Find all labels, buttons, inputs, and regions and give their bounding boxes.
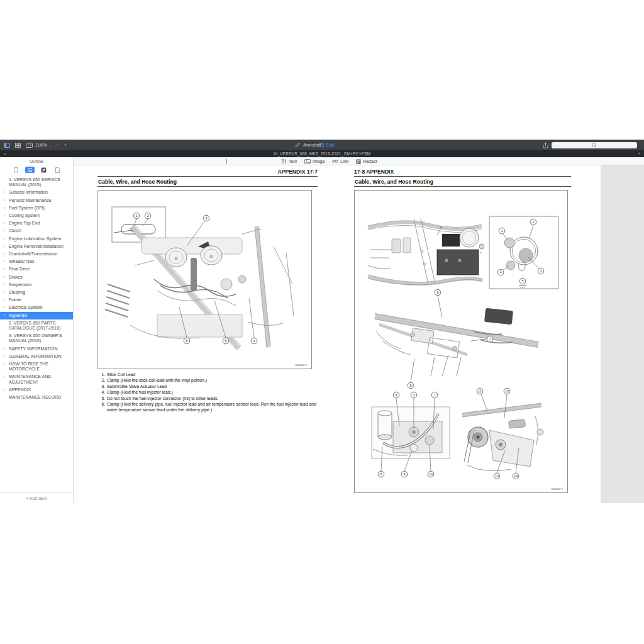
add-item-button[interactable]: + Add Item	[26, 496, 47, 501]
chevron-right-icon: ›	[4, 374, 5, 379]
svg-text:6: 6	[186, 339, 187, 343]
sidebar-item-label: Cooling System	[9, 213, 40, 218]
sidebar-toggle-icon[interactable]	[3, 142, 10, 148]
bookmarks-tab-icon[interactable]	[11, 167, 21, 173]
pencil-icon	[294, 142, 301, 148]
sidebar-item-label: MAINTENANCE AND ADJUSTMENT	[9, 374, 51, 384]
image-tool-button[interactable]: Image	[304, 159, 325, 164]
sidebar-item[interactable]: › Wheels/Tires	[0, 258, 73, 265]
sidebar-item[interactable]: › Engine Top End	[0, 219, 73, 227]
sidebar-item[interactable]: › MAINTENANCE AND ADJUSTMENT	[0, 373, 73, 386]
tab-bar: × KI_VERSYS_650_MK3_2015-2021_OM+PC+FSM …	[0, 150, 644, 157]
divider	[354, 186, 571, 187]
chevron-right-icon: ›	[4, 362, 5, 367]
sidebar-item[interactable]: › Periodic Maintenance	[0, 197, 73, 204]
sidebar-item[interactable]: 2. VERSYS 650 PARTS CATALOGUE (2017-2018…	[0, 319, 73, 332]
svg-text:4: 4	[395, 393, 397, 397]
svg-text:3: 3	[540, 269, 541, 273]
sidebar-item-label: APPENDIX	[9, 387, 31, 392]
chevron-right-icon: ›	[4, 252, 5, 257]
section-title: Cable, Wire, and Hose Routing	[354, 177, 571, 186]
pages-tab-icon[interactable]	[53, 167, 62, 173]
zoom-level[interactable]: 116%	[35, 142, 47, 148]
figure-code: GB0469E S	[551, 488, 564, 491]
sidebar-item[interactable]: 3. VERSYS 650 OWNER'S MANUAL (2015)	[0, 332, 73, 345]
sidebar-item[interactable]: › GENERAL INFORMATION	[0, 353, 73, 360]
sidebar-item-label: Clutch	[9, 228, 21, 233]
svg-text:8: 8	[409, 384, 411, 387]
sidebar-item[interactable]: › Frame	[0, 296, 73, 304]
chevron-right-icon: ›	[4, 267, 5, 272]
sidebar: Outline 1. VERSYS 650	[0, 157, 74, 503]
figure-cable-routing: A 1 2	[354, 190, 568, 493]
text-tool-button[interactable]: Text	[281, 159, 297, 164]
sidebar-item-label: 1. VERSYS 650 SERVICE MANUAL (2015)	[9, 177, 60, 187]
new-tab-button[interactable]: +	[638, 151, 641, 157]
sidebar-tabs	[0, 165, 73, 174]
outline-tab-icon[interactable]	[25, 167, 35, 173]
annotate-button[interactable]: Annotate	[294, 140, 322, 150]
sidebar-item[interactable]: › APPENDIX	[0, 386, 73, 394]
sidebar-item[interactable]: › Fuel System (DFI)	[0, 204, 73, 212]
chevron-right-icon: ›	[4, 206, 5, 211]
sidebar-item[interactable]: › Appendix	[0, 312, 73, 319]
callout-12: 12	[504, 388, 510, 418]
sidebar-item[interactable]: › SAFETY INFORMATION	[0, 345, 73, 353]
chevron-right-icon: ›	[4, 236, 5, 242]
sidebar-item[interactable]: › Engine Lubrication System	[0, 235, 73, 243]
chevron-right-icon: ›	[4, 387, 5, 392]
sidebar-item-label: 3. VERSYS 650 OWNER'S MANUAL (2015)	[9, 333, 62, 343]
note-item: Clamp (Hold the delivery pipe, fuel inje…	[106, 401, 318, 413]
sidebar-item[interactable]: › Steering	[0, 289, 73, 296]
search-input[interactable]	[552, 142, 637, 148]
sidebar-item[interactable]: › General Information	[0, 189, 73, 196]
sidebar-item[interactable]: › Electrical System	[0, 304, 73, 311]
figure-notes: Stick Coil LeadClamp (Hold the stick coi…	[97, 372, 318, 413]
chevron-right-icon: ›	[4, 282, 5, 287]
share-icon[interactable]	[542, 142, 549, 148]
sidebar-item[interactable]: › Brakes	[0, 274, 73, 281]
chevron-right-icon: ›	[4, 347, 5, 352]
sidebar-item[interactable]: › Cooling System	[0, 212, 73, 219]
zoom-out-button[interactable]: −	[57, 142, 59, 148]
note-item: Subthrottle Valve Actuator Lead	[106, 384, 318, 389]
page-17-7[interactable]: APPENDIX 17-7 Cable, Wire, and Hose Rout…	[97, 165, 318, 413]
svg-text:5: 5	[521, 279, 523, 283]
document-canvas[interactable]: APPENDIX 17-7 Cable, Wire, and Hose Rout…	[74, 165, 644, 503]
sidebar-item[interactable]: › Crankshaft/Transmission	[0, 250, 73, 258]
chevron-right-icon: ›	[4, 228, 5, 233]
callout-2: 2	[529, 219, 536, 239]
document-tab[interactable]: KI_VERSYS_650_MK3_2015-2021_OM+PC+FSM	[0, 152, 644, 156]
sidebar-item-label: Engine Removal/Installation	[9, 244, 64, 248]
sidebar-item[interactable]: › Clutch	[0, 227, 73, 235]
svg-text:5: 5	[225, 339, 226, 343]
link-tool-button[interactable]: Link	[332, 159, 348, 164]
sidebar-item[interactable]: 1. VERSYS 650 SERVICE MANUAL (2015)	[0, 176, 73, 189]
sidebar-item-label: Final Drive	[9, 267, 30, 271]
callout-3: 3	[528, 257, 544, 274]
note-item: Stick Coil Lead	[106, 372, 318, 377]
svg-text:4: 4	[253, 339, 255, 343]
sidebar-item[interactable]: › Final Drive	[0, 265, 73, 273]
sidebar-item[interactable]: › HOW TO RIDE THE MOTORCYCLE	[0, 360, 73, 373]
sidebar-item[interactable]: › Engine Removal/Installation	[0, 243, 73, 250]
redact-tool-button[interactable]: Redact	[356, 159, 377, 164]
svg-text:6: 6	[436, 291, 438, 294]
zoom-in-button[interactable]: +	[64, 142, 67, 148]
side-panel	[601, 165, 644, 503]
image-icon	[304, 159, 311, 164]
sidebar-item[interactable]: MAINTENANCE RECORD	[0, 394, 73, 401]
note-item: Clamp (Hold the fuel injector lead.)	[106, 389, 318, 395]
sidebar-item-label: Brakes	[9, 275, 23, 279]
page-17-8[interactable]: 17-8 APPENDIX Cable, Wire, and Hose Rout…	[354, 165, 571, 493]
sidebar-item[interactable]: › Suspension	[0, 281, 73, 289]
sidebar-item-label: Appendix	[9, 313, 27, 318]
callout-6: 6	[435, 289, 442, 318]
edit-button[interactable]: T| Edit	[319, 140, 334, 150]
callout-4: 4	[249, 298, 257, 344]
grid-view-icon[interactable]	[14, 142, 21, 148]
chevron-right-icon: ›	[4, 221, 5, 226]
annotations-tab-icon[interactable]	[39, 167, 48, 173]
sidebar-item-label: Wheels/Tires	[9, 259, 35, 264]
note-item: Clamp (Hold the stick coil lead with the…	[106, 377, 318, 383]
